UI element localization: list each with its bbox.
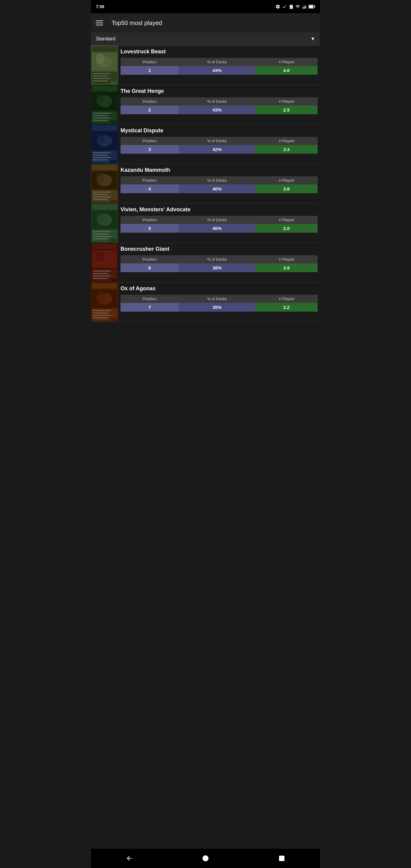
svg-point-77 xyxy=(96,290,104,301)
position-header: Position xyxy=(121,295,179,303)
position-header: Position xyxy=(121,97,179,105)
svg-rect-41 xyxy=(92,165,117,170)
svg-rect-13 xyxy=(93,73,111,74)
svg-rect-26 xyxy=(93,118,111,119)
position-value: 4 xyxy=(121,184,179,193)
card-content-mystical-dispute: Mystical DisputePosition% of Decks# Play… xyxy=(118,124,320,164)
percentDecks-header: % of Decks xyxy=(179,255,255,264)
percent-decks-value: 43% xyxy=(179,66,255,75)
percentDecks-header: % of Decks xyxy=(179,137,255,145)
percentDecks-header: % of Decks xyxy=(179,295,255,303)
svg-rect-19 xyxy=(92,86,117,91)
position-header: Position xyxy=(121,216,179,224)
percent-decks-value: 38% xyxy=(179,264,255,272)
card-art-mystical-dispute xyxy=(91,124,118,164)
svg-rect-16 xyxy=(93,81,108,82)
svg-rect-36 xyxy=(93,155,108,156)
list-item[interactable]: Lovestruck BeastPosition% of Decks# Play… xyxy=(91,45,320,85)
percentDecks-header: % of Decks xyxy=(179,216,255,224)
position-header: Position xyxy=(121,255,179,264)
svg-rect-47 xyxy=(93,194,108,195)
played-header: # Played xyxy=(255,176,318,184)
card-content-the-great-henge: The Great HengePosition% of Decks# Playe… xyxy=(118,85,320,124)
list-item[interactable]: Ox of AgonasPosition% of Decks# Played73… xyxy=(91,282,320,322)
svg-point-33 xyxy=(96,133,104,144)
card-art-vivien-monsters-advocate xyxy=(91,204,118,243)
status-time: 7:58 xyxy=(96,4,104,9)
stats-table: Position% of Decks# Played143%4.0 xyxy=(121,58,318,75)
stats-table: Position% of Decks# Played440%3.8 xyxy=(121,176,318,193)
svg-rect-70 xyxy=(93,276,111,276)
format-label: Standard xyxy=(96,36,116,41)
list-item[interactable]: Kazandu MammothPosition% of Decks# Playe… xyxy=(91,164,320,204)
position-value: 6 xyxy=(121,264,179,272)
stats-table: Position% of Decks# Played342%3.3 xyxy=(121,137,318,154)
svg-rect-8 xyxy=(92,46,117,52)
chevron-down-icon: ▼ xyxy=(310,36,315,41)
percent-decks-value: 42% xyxy=(179,145,255,154)
position-value: 3 xyxy=(121,145,179,154)
percentDecks-header: % of Decks xyxy=(179,176,255,184)
status-bar: 7:58 xyxy=(91,0,320,13)
list-item[interactable]: Vivien, Monsters' AdvocatePosition% of D… xyxy=(91,204,320,243)
percentDecks-header: % of Decks xyxy=(179,97,255,105)
played-value: 2.5 xyxy=(255,105,318,114)
card-art-bonecrusher-giant xyxy=(91,243,118,282)
svg-rect-37 xyxy=(93,157,111,158)
list-item[interactable]: Bonecrusher GiantPosition% of Decks# Pla… xyxy=(91,243,320,282)
played-value: 3.3 xyxy=(255,145,318,154)
played-header: # Played xyxy=(255,137,318,145)
card-art-ox-of-agonas xyxy=(91,282,118,321)
svg-rect-17 xyxy=(110,81,117,84)
card-content-ox-of-agonas: Ox of AgonasPosition% of Decks# Played73… xyxy=(118,282,320,321)
position-value: 1 xyxy=(121,66,179,75)
stats-table: Position% of Decks# Played735%2.2 xyxy=(121,295,318,312)
stats-table: Position% of Decks# Played638%3.9 xyxy=(121,255,318,272)
svg-rect-39 xyxy=(110,160,117,163)
card-art-the-great-henge xyxy=(91,85,118,124)
position-header: Position xyxy=(121,137,179,145)
percent-decks-value: 35% xyxy=(179,303,255,312)
card-name: Vivien, Monsters' Advocate xyxy=(121,207,318,213)
svg-rect-14 xyxy=(93,76,108,76)
card-art-kazandu-mammoth xyxy=(91,164,118,203)
svg-rect-27 xyxy=(93,120,108,121)
svg-rect-68 xyxy=(93,271,111,272)
played-header: # Played xyxy=(255,58,318,66)
position-value: 5 xyxy=(121,224,179,233)
position-value: 7 xyxy=(121,303,179,312)
menu-button[interactable] xyxy=(96,18,107,28)
card-content-vivien-monsters-advocate: Vivien, Monsters' AdvocatePosition% of D… xyxy=(118,204,320,243)
svg-rect-0 xyxy=(302,7,303,9)
svg-rect-61 xyxy=(110,239,117,242)
svg-rect-2 xyxy=(304,6,305,9)
status-icons xyxy=(276,4,315,9)
signal-icon xyxy=(302,4,307,9)
clipboard-icon xyxy=(289,4,293,9)
card-name: Ox of Agonas xyxy=(121,285,318,292)
played-value: 3.9 xyxy=(255,264,318,272)
svg-rect-57 xyxy=(93,231,111,232)
svg-rect-79 xyxy=(93,310,111,311)
stats-table: Position% of Decks# Played243%2.5 xyxy=(121,97,318,114)
svg-rect-58 xyxy=(93,234,108,235)
battery-icon xyxy=(309,4,315,9)
list-item[interactable]: Mystical DisputePosition% of Decks# Play… xyxy=(91,124,320,164)
card-name: Bonecrusher Giant xyxy=(121,246,318,252)
svg-rect-80 xyxy=(93,313,108,313)
svg-rect-60 xyxy=(93,239,108,239)
percent-decks-value: 40% xyxy=(179,184,255,193)
svg-rect-28 xyxy=(110,121,117,123)
svg-rect-25 xyxy=(93,115,108,116)
list-item[interactable]: The Great HengePosition% of Decks# Playe… xyxy=(91,85,320,124)
format-selector[interactable]: Standard ▼ xyxy=(91,33,320,45)
svg-rect-82 xyxy=(93,317,108,318)
svg-rect-24 xyxy=(93,113,111,114)
svg-point-55 xyxy=(96,212,104,222)
played-value: 4.0 xyxy=(255,66,318,75)
svg-rect-35 xyxy=(93,152,111,153)
svg-rect-74 xyxy=(92,283,117,289)
page-title: Top50 most played xyxy=(112,20,162,27)
stats-table: Position% of Decks# Played540%2.0 xyxy=(121,216,318,233)
position-value: 2 xyxy=(121,105,179,114)
